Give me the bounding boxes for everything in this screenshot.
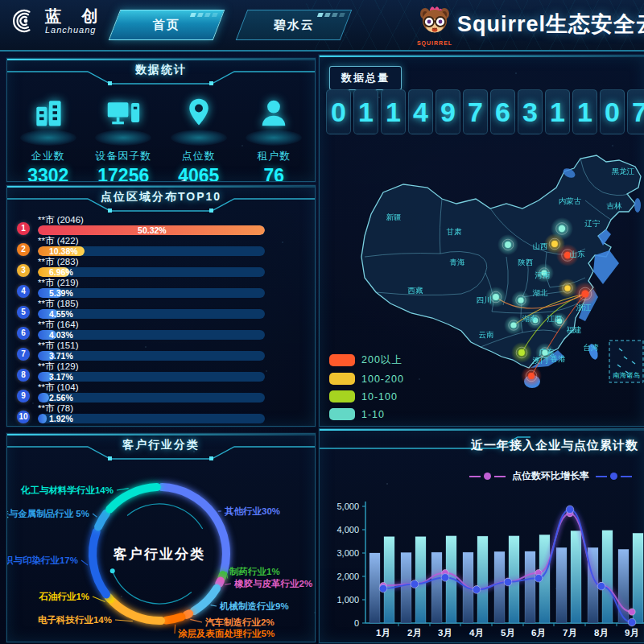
stat-label: 企业数: [11, 149, 85, 163]
svg-text:纺织与印染行业17%: 纺织与印染行业17%: [7, 555, 78, 565]
nav-tabs: 首页 碧水云: [114, 10, 346, 40]
panel-title: 数据统计: [7, 63, 315, 77]
svg-text:澳门: 澳门: [533, 356, 548, 365]
bar-track: 3.71%: [38, 351, 265, 361]
svg-text:台湾: 台湾: [584, 343, 600, 352]
svg-text:8月: 8月: [594, 628, 609, 638]
panel-head: 客户行业分类: [7, 434, 315, 461]
svg-text:6月: 6月: [531, 628, 546, 638]
top10-row: 7**市 (151)3.71%: [15, 341, 307, 361]
rank-badge: 5: [17, 306, 30, 319]
region-label: **市 (164): [38, 320, 307, 330]
tab-deco-squares: [190, 13, 218, 17]
svg-text:钢铁与金属制品行业 5%: 钢铁与金属制品行业 5%: [7, 509, 89, 518]
bar-percent-label: 2.56%: [49, 393, 73, 402]
panel-customer-industry: 客户行业分类 其他行业30%制药行业1%橡胶与皮革行业2%机械制造行业9%汽车制…: [6, 433, 316, 642]
stat-item-2: 设备因子数17256: [86, 94, 160, 182]
bar-percent-label: 3.71%: [49, 351, 73, 361]
tab-home[interactable]: 首页: [109, 10, 225, 40]
svg-text:江西: 江西: [547, 314, 563, 323]
stat-label: 租户数: [237, 149, 311, 163]
top10-bar-chart[interactable]: 1**市 (2046)50.32%2**市 (422)10.38%3**市 (2…: [7, 213, 315, 424]
industry-donut-chart[interactable]: 其他行业30%制药行业1%橡胶与皮革行业2%机械制造行业9%汽车制造行业2%涂层…: [7, 461, 315, 642]
svg-text:山东: 山东: [570, 250, 586, 258]
stat-value: 4065: [162, 165, 236, 182]
top10-row: 8**市 (129)3.17%: [15, 361, 307, 382]
legend-label: 1-10: [361, 409, 385, 420]
bar-fill: [38, 414, 47, 423]
tab-bishuiyun-label: 碧水云: [274, 18, 315, 33]
logo-text-en: Lanchuang: [45, 25, 106, 35]
trend-mixed-chart[interactable]: 01,0002,0003,0004,0005,0001月2月3月4月5月6月7月…: [320, 429, 644, 642]
header-bar: 蓝 创 Lanchuang 首页 碧水云: [0, 0, 644, 52]
panel-head: 点位区域分布TOP10: [7, 186, 315, 213]
icon-pedestal: [246, 130, 302, 146]
map-legend: 200以上100-20010-1001-10: [329, 353, 404, 426]
panel-title: 客户行业分类: [7, 438, 315, 452]
svg-text:山西: 山西: [533, 242, 548, 250]
svg-text:2月: 2月: [407, 628, 422, 638]
svg-text:2,000: 2,000: [336, 572, 359, 581]
svg-text:涂层及表面处理行业5%: 涂层及表面处理行业5%: [178, 629, 275, 638]
svg-text:5,000: 5,000: [336, 502, 359, 511]
bar-percent-label: 6.96%: [49, 267, 73, 277]
svg-text:1月: 1月: [376, 628, 390, 638]
tab-bishuiyun[interactable]: 碧水云: [236, 10, 353, 40]
svg-text:3,000: 3,000: [336, 548, 359, 558]
top10-row: 2**市 (422)10.38%: [15, 236, 307, 257]
svg-text:内蒙古: 内蒙古: [559, 196, 582, 205]
panel-head: 数据统计: [7, 59, 315, 86]
region-label: **市 (185): [38, 299, 307, 309]
svg-text:客户行业分类: 客户行业分类: [113, 546, 205, 562]
bar-percent-label: 3.17%: [49, 372, 73, 382]
svg-text:新疆: 新疆: [386, 213, 402, 221]
top10-row: 6**市 (164)4.03%: [15, 320, 307, 341]
legend-label: 200以上: [361, 353, 402, 367]
svg-text:西藏: 西藏: [408, 286, 424, 295]
svg-text:浙江: 浙江: [576, 303, 592, 312]
svg-text:其他行业30%: 其他行业30%: [224, 506, 280, 517]
bar-percent-label: 10.38%: [49, 246, 78, 256]
svg-text:汽车制造行业2%: 汽车制造行业2%: [204, 617, 275, 627]
panel-data-statistics: 数据统计 企业数3302设备因子数17256点位数4065租户数76: [6, 58, 316, 182]
svg-text:橡胶与皮革行业2%: 橡胶与皮革行业2%: [233, 578, 312, 588]
device-icon: [105, 94, 141, 131]
squirrel-mascot-icon: [416, 3, 453, 39]
bar-track: 1.92%: [38, 414, 265, 423]
legend-swatch: [329, 354, 355, 366]
svg-text:甘肃: 甘肃: [447, 227, 463, 236]
tab-deco-squares: [317, 13, 345, 17]
building-icon: [31, 94, 66, 131]
svg-text:7月: 7月: [563, 628, 577, 638]
page-title: Squirrel生态安全云平台: [457, 10, 644, 39]
stat-value: 76: [237, 165, 311, 182]
rank-badge: 4: [17, 285, 30, 298]
mascot-caption: SQUIRREL: [409, 40, 460, 46]
bar-track: 5.39%: [38, 288, 265, 298]
legend-swatch: [329, 373, 355, 385]
rank-badge: 1: [17, 222, 30, 235]
svg-text:石油行业1%: 石油行业1%: [38, 592, 89, 601]
bar-percent-label: 5.39%: [49, 288, 73, 298]
bar-track: 6.96%: [38, 267, 265, 277]
svg-text:吉林: 吉林: [607, 201, 623, 210]
svg-text:4月: 4月: [469, 628, 484, 638]
legend-label: 10-100: [361, 391, 398, 402]
rank-badge: 8: [17, 369, 30, 382]
region-label: **市 (78): [38, 403, 307, 414]
legend-label: 100-200: [361, 374, 404, 385]
bar-percent-label: 1.92%: [49, 414, 73, 423]
location-pin-icon: [181, 94, 217, 131]
svg-text:化工与材料学行业14%: 化工与材料学行业14%: [20, 485, 114, 495]
legend-swatch: [329, 390, 355, 402]
svg-text:0: 0: [354, 618, 359, 628]
rank-badge: 9: [17, 390, 30, 402]
bar-percent-label: 50.32%: [138, 225, 167, 235]
rank-badge: 2: [17, 243, 30, 256]
svg-text:5月: 5月: [501, 628, 515, 638]
soundwave-logo-icon: [11, 6, 39, 35]
icon-pedestal: [95, 130, 151, 146]
svg-text:南海诸岛: 南海诸岛: [613, 371, 640, 379]
svg-text:辽宁: 辽宁: [584, 219, 601, 228]
svg-text:3月: 3月: [438, 628, 452, 638]
